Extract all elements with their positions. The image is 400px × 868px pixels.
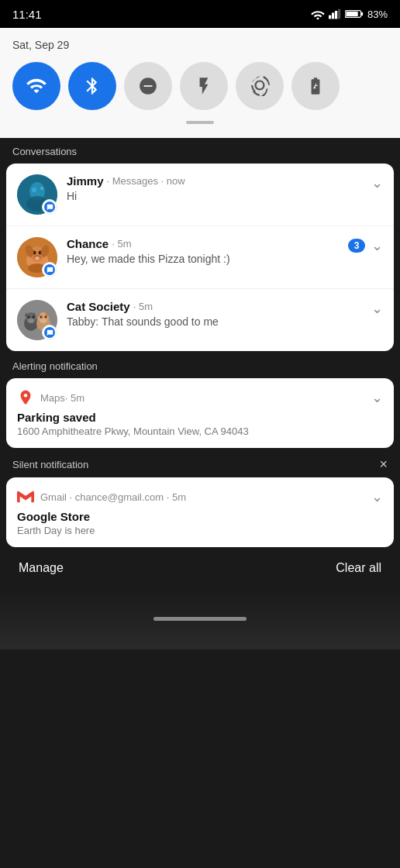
wifi-icon [311, 9, 325, 19]
cat-society-message: Tabby: That sounds good to me [67, 315, 371, 328]
chance-message: Hey, we made this Pizza tonight :) [67, 253, 348, 265]
alerting-chevron[interactable]: ⌄ [371, 389, 383, 406]
cat-society-meta: · 5m [133, 301, 153, 312]
conversations-label: Conversations [12, 146, 77, 157]
svg-rect-1 [329, 16, 331, 19]
battery-percent: 83% [367, 9, 388, 20]
manage-button[interactable]: Manage [19, 561, 64, 575]
conversations-section-header: Conversations [0, 138, 400, 164]
cat-society-content: Cat Society · 5m Tabby: That sounds good… [67, 300, 371, 328]
alerting-notification-card[interactable]: Maps· 5m ⌄ Parking saved 1600 Amphitheat… [6, 378, 394, 448]
svg-point-38 [24, 394, 28, 398]
chance-badge: 3 [348, 239, 365, 253]
maps-app-name: Maps· 5m [40, 392, 84, 404]
avatar-jimmy [17, 174, 57, 215]
svg-rect-2 [332, 12, 334, 19]
gmail-title: Google Store [17, 510, 383, 523]
silent-notification-card[interactable]: Gmail · chance@gmail.com · 5m ⌄ Google S… [6, 477, 394, 547]
bluetooth-tile[interactable] [68, 62, 116, 110]
alerting-label: Alerting notification [12, 360, 98, 372]
flashlight-tile[interactable] [180, 62, 228, 110]
status-time: 11:41 [12, 8, 42, 21]
cat-society-name: Cat Society [67, 300, 130, 313]
home-pill [153, 617, 247, 621]
svg-point-37 [40, 319, 47, 323]
drag-handle [186, 121, 214, 124]
battery-saver-tile[interactable] [291, 62, 340, 110]
chance-name: Chance [67, 237, 109, 250]
alerting-body: 1600 Amphitheatre Pkwy, Mountain View, C… [17, 425, 383, 437]
chance-chevron[interactable]: ⌄ [371, 237, 383, 254]
gmail-icon [17, 490, 34, 504]
alerting-top-row: Maps· 5m ⌄ [17, 389, 383, 406]
jimmy-content: Jimmy · Messages · now Hi [67, 174, 371, 202]
svg-point-12 [40, 187, 43, 190]
bottom-blur-area [0, 587, 400, 649]
alerting-section-header: Alerting notification [0, 353, 400, 378]
conversation-chance[interactable]: Chance · 5m Hey, we made this Pizza toni… [6, 226, 394, 289]
messages-badge-chance [42, 262, 57, 277]
autorotate-tile[interactable] [236, 62, 284, 110]
dnd-tile[interactable] [124, 62, 172, 110]
svg-point-11 [32, 188, 36, 192]
clear-all-button[interactable]: Clear all [336, 561, 381, 575]
svg-rect-6 [361, 12, 363, 16]
jimmy-actions: ⌄ [371, 174, 383, 191]
avatar-chance [17, 237, 57, 277]
avatar-cat [17, 300, 57, 340]
jimmy-message: Hi [67, 190, 371, 202]
svg-point-0 [316, 18, 319, 20]
chance-content: Chance · 5m Hey, we made this Pizza toni… [67, 237, 348, 265]
gmail-top-row: Gmail · chance@gmail.com · 5m ⌄ [17, 488, 383, 505]
jimmy-name: Jimmy [67, 174, 104, 188]
conversations-card: Jimmy · Messages · now Hi ⌄ [6, 164, 394, 351]
svg-point-36 [28, 319, 34, 323]
conversation-cat-society[interactable]: Cat Society · 5m Tabby: That sounds good… [6, 289, 394, 351]
maps-icon [17, 389, 34, 406]
wifi-tile[interactable] [12, 62, 60, 110]
bottom-bar: Manage Clear all [0, 549, 400, 587]
gmail-app-name: Gmail · chance@gmail.com · 5m [40, 491, 186, 503]
chance-actions: 3 ⌄ [348, 237, 383, 254]
chance-meta: · 5m [112, 238, 131, 250]
jimmy-chevron[interactable]: ⌄ [371, 174, 383, 191]
status-bar: 11:41 83% [0, 0, 400, 28]
jimmy-meta: · Messages · now [107, 175, 185, 187]
date-label: Sat, Sep 29 [12, 39, 388, 51]
svg-point-21 [35, 257, 40, 260]
cat-chevron[interactable]: ⌄ [371, 300, 383, 317]
conversation-jimmy[interactable]: Jimmy · Messages · now Hi ⌄ [6, 164, 394, 226]
gmail-body: Earth Day is here [17, 525, 383, 536]
status-icons: 83% [311, 9, 388, 20]
messages-badge-jimmy [42, 199, 57, 215]
signal-icon [329, 9, 341, 19]
silent-section-header: Silent notification × [0, 450, 400, 477]
svg-rect-4 [338, 9, 340, 19]
messages-badge-cat [42, 325, 57, 340]
alerting-title: Parking saved [17, 411, 383, 424]
cat-actions: ⌄ [371, 300, 383, 317]
svg-rect-7 [346, 12, 357, 16]
quick-settings-panel: Sat, Sep 29 [0, 28, 400, 138]
silent-label: Silent notification [12, 459, 88, 470]
silent-close-button[interactable]: × [379, 457, 388, 471]
quick-tiles [12, 62, 388, 110]
svg-rect-3 [335, 11, 337, 19]
battery-icon [345, 9, 364, 19]
silent-chevron[interactable]: ⌄ [371, 488, 383, 505]
